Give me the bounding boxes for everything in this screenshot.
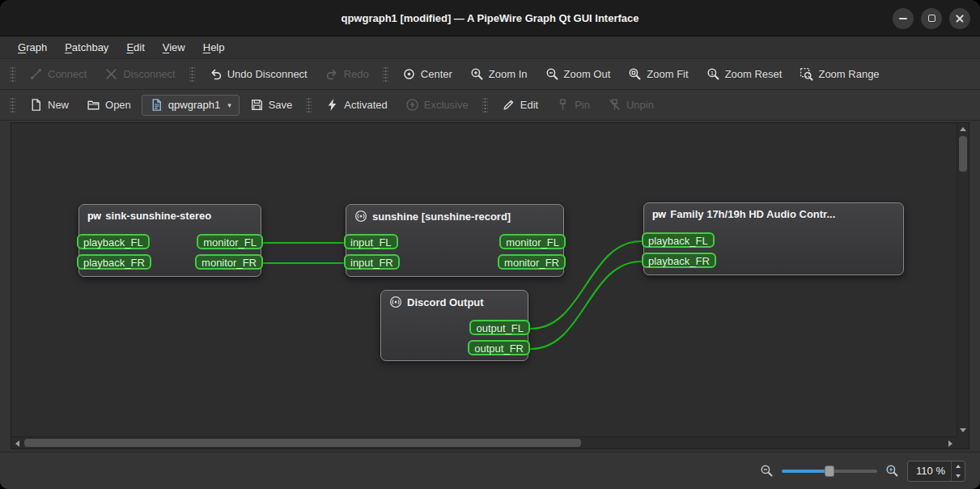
center-icon bbox=[402, 67, 416, 81]
port-output-fr[interactable]: output_FR bbox=[468, 340, 530, 355]
zoom-slider[interactable] bbox=[782, 464, 877, 478]
node-family-hd-audio[interactable]: pw Family 17h/19h HD Audio Contr... play… bbox=[643, 202, 904, 275]
toolbar-handle[interactable] bbox=[10, 66, 15, 83]
activated-toggle[interactable]: Activated bbox=[318, 94, 394, 117]
arrow-up-icon bbox=[960, 127, 966, 131]
spin-down-button[interactable] bbox=[952, 471, 965, 481]
node-header: pw Family 17h/19h HD Audio Contr... bbox=[644, 203, 903, 220]
titlebar[interactable]: qpwgraph1 [modified] — A PipeWire Graph … bbox=[0, 0, 980, 36]
unpin-button[interactable]: Unpin bbox=[600, 94, 661, 117]
open-patchbay-button[interactable]: Open bbox=[79, 94, 138, 117]
vertical-scrollbar[interactable] bbox=[957, 123, 969, 436]
pipewire-icon: pw bbox=[87, 210, 100, 222]
redo-button[interactable]: Redo bbox=[318, 63, 376, 86]
port-playback-fl[interactable]: playback_FL bbox=[77, 234, 150, 249]
graph-toolbar: Connect Disconnect Undo Disconnect Redo … bbox=[0, 59, 980, 90]
edit-pencil-icon bbox=[502, 98, 515, 112]
new-file-icon bbox=[29, 98, 43, 112]
zoom-out-icon[interactable] bbox=[760, 464, 774, 478]
close-icon bbox=[955, 14, 965, 23]
node-header: sunshine [sunshine-record] bbox=[346, 205, 563, 223]
open-label: Open bbox=[105, 99, 131, 111]
toolbar-handle[interactable] bbox=[189, 66, 195, 83]
menu-help[interactable]: Help bbox=[195, 39, 233, 56]
minimize-icon bbox=[899, 18, 907, 19]
menu-view-accel: V bbox=[163, 41, 169, 53]
dropdown-arrow-icon: ▾ bbox=[227, 101, 231, 109]
arrow-right-icon bbox=[948, 440, 952, 447]
menu-patchbay[interactable]: Patchbay bbox=[57, 39, 117, 56]
node-sink-sunshine-stereo[interactable]: pw sink-sunshine-stereo playback_FL play… bbox=[78, 204, 261, 277]
zoom-range-button[interactable]: Zoom Range bbox=[792, 63, 886, 86]
toolbar-handle[interactable] bbox=[482, 96, 488, 114]
menu-graph[interactable]: Graph bbox=[10, 39, 55, 56]
scrollbar-corner bbox=[957, 436, 969, 449]
graph-canvas[interactable]: pw sink-sunshine-stereo playback_FL play… bbox=[11, 122, 969, 449]
toolbar-handle[interactable] bbox=[306, 96, 312, 114]
new-patchbay-button[interactable]: New bbox=[22, 94, 76, 117]
toolbar-handle[interactable] bbox=[383, 66, 388, 83]
arrow-up-icon bbox=[956, 465, 961, 468]
scroll-right-button[interactable] bbox=[944, 437, 957, 449]
menu-patchbay-label: atchbay bbox=[72, 41, 109, 53]
port-output-fl[interactable]: output_FL bbox=[469, 320, 530, 335]
statusbar: 110 % bbox=[0, 452, 980, 489]
node-discord-output[interactable]: Discord Output output_FL output_FR bbox=[380, 290, 528, 361]
exclusive-toggle[interactable]: Exclusive bbox=[398, 94, 476, 117]
horizontal-scrollbar-thumb[interactable] bbox=[24, 439, 581, 447]
zoom-slider-track bbox=[829, 470, 877, 473]
connect-button[interactable]: Connect bbox=[22, 63, 94, 86]
redo-label: Redo bbox=[344, 68, 369, 80]
zoom-in-button[interactable]: Zoom In bbox=[463, 63, 535, 86]
port-monitor-fl[interactable]: monitor_FL bbox=[499, 234, 566, 249]
undo-disconnect-button[interactable]: Undo Disconnect bbox=[202, 63, 315, 86]
audio-record-icon bbox=[389, 296, 402, 308]
scroll-down-button[interactable] bbox=[957, 424, 969, 436]
menu-view[interactable]: View bbox=[155, 39, 193, 56]
center-button[interactable]: Center bbox=[395, 63, 460, 86]
zoom-in-icon[interactable] bbox=[885, 464, 899, 478]
zoom-slider-handle[interactable] bbox=[825, 466, 834, 477]
close-button[interactable] bbox=[949, 8, 970, 29]
zoom-in-label: Zoom In bbox=[489, 68, 528, 80]
node-header: pw sink-sunshine-stereo bbox=[79, 205, 261, 222]
pin-button[interactable]: Pin bbox=[549, 94, 597, 117]
spin-up-button[interactable] bbox=[952, 461, 965, 471]
connect-label: Connect bbox=[48, 68, 87, 80]
scroll-left-button[interactable] bbox=[11, 437, 23, 449]
zoom-reset-label: Zoom Reset bbox=[725, 68, 783, 80]
menu-view-label: iew bbox=[169, 41, 185, 53]
port-playback-fl[interactable]: playback_FL bbox=[642, 232, 715, 248]
svg-text:1: 1 bbox=[710, 70, 714, 77]
port-input-fr[interactable]: input_FR bbox=[344, 254, 400, 270]
scroll-up-button[interactable] bbox=[957, 123, 969, 135]
disconnect-button[interactable]: Disconnect bbox=[97, 63, 182, 86]
zoom-spinbox[interactable]: 110 % bbox=[907, 461, 965, 482]
zoom-out-button[interactable]: Zoom Out bbox=[538, 63, 618, 86]
minimize-button[interactable] bbox=[893, 8, 914, 29]
disconnect-label: Disconnect bbox=[123, 68, 175, 80]
patchbay-select[interactable]: qpwgraph1 ▾ bbox=[142, 95, 240, 116]
exclusive-bolt-icon bbox=[405, 98, 419, 112]
node-title: sunshine [sunshine-record] bbox=[372, 210, 511, 223]
vertical-scrollbar-thumb[interactable] bbox=[959, 136, 967, 172]
menu-edit[interactable]: Edit bbox=[118, 39, 152, 56]
toolbar-handle[interactable] bbox=[10, 96, 15, 114]
node-sunshine[interactable]: sunshine [sunshine-record] input_FL inpu… bbox=[346, 204, 564, 277]
menu-edit-label: dit bbox=[134, 41, 145, 53]
zoom-reset-button[interactable]: 1 Zoom Reset bbox=[699, 63, 790, 86]
edit-patchbay-button[interactable]: Edit bbox=[494, 94, 545, 117]
port-playback-fr[interactable]: playback_FR bbox=[642, 253, 716, 268]
port-monitor-fr[interactable]: monitor_FR bbox=[195, 254, 263, 270]
node-header: Discord Output bbox=[381, 291, 528, 308]
port-monitor-fr[interactable]: monitor_FR bbox=[498, 254, 566, 270]
port-input-fl[interactable]: input_FL bbox=[344, 234, 398, 249]
port-monitor-fl[interactable]: monitor_FL bbox=[197, 234, 263, 249]
zoom-fit-button[interactable]: Zoom Fit bbox=[621, 63, 695, 86]
menu-patchbay-accel: P bbox=[65, 41, 72, 53]
horizontal-scrollbar[interactable] bbox=[11, 436, 957, 449]
save-patchbay-button[interactable]: Save bbox=[243, 94, 300, 117]
patchbay-select-value: qpwgraph1 bbox=[168, 99, 220, 111]
port-playback-fr[interactable]: playback_FR bbox=[77, 254, 151, 270]
maximize-button[interactable] bbox=[921, 8, 942, 29]
